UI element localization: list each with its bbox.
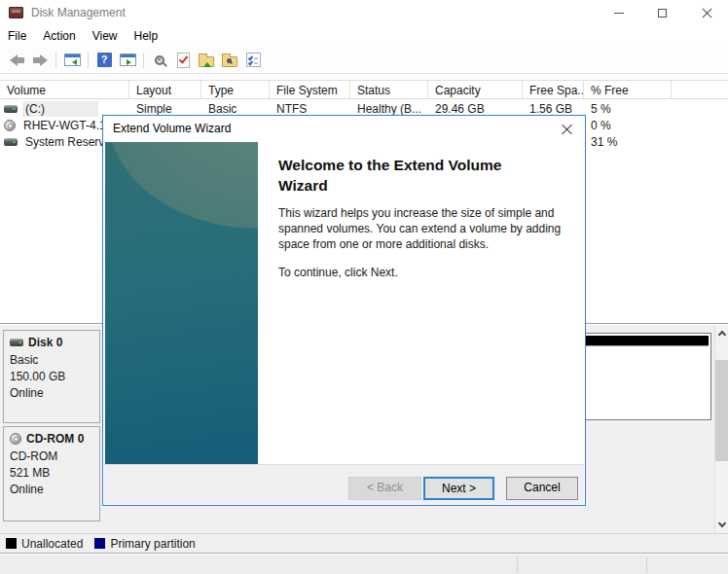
back-wizard-button: < Back xyxy=(348,477,421,500)
fs-cell: NTFS xyxy=(270,102,350,116)
primary-partition-swatch xyxy=(94,538,105,549)
action-pane-icon xyxy=(120,54,136,66)
chevron-down-icon xyxy=(717,520,725,527)
col-status[interactable]: Status xyxy=(350,81,428,98)
menu-help[interactable]: Help xyxy=(134,27,167,45)
next-wizard-button[interactable]: Next > xyxy=(423,477,494,500)
disk0-status: Online xyxy=(10,385,99,402)
check-disk-button[interactable] xyxy=(171,50,195,71)
wizard-watermark-image xyxy=(105,142,258,464)
legend-bar: Unallocated Primary partition xyxy=(0,533,728,553)
disk-icon xyxy=(10,339,23,346)
col-capacity[interactable]: Capacity xyxy=(428,81,523,98)
cdrom0-type: CD-ROM xyxy=(10,448,99,465)
folder-find-icon xyxy=(222,56,237,67)
col-free-space[interactable]: Free Spa... xyxy=(523,81,584,98)
check-document-icon xyxy=(177,53,190,68)
pct-free-cell: 5 % xyxy=(584,102,672,116)
layout-cell: Simple xyxy=(129,102,201,116)
wizard-continue-text: To continue, click Next. xyxy=(278,266,600,279)
volume-list-header: Volume Layout Type File System Status Ca… xyxy=(0,80,728,99)
folder-find-button[interactable] xyxy=(218,50,241,71)
status-bar xyxy=(0,553,728,574)
wizard-title-bar: Extend Volume Wizard xyxy=(103,116,585,141)
scan-button[interactable] xyxy=(148,50,171,71)
extend-volume-wizard-dialog: Extend Volume Wizard Welcome to the Exte… xyxy=(102,115,586,506)
legend-primary-partition-label: Primary partition xyxy=(110,537,195,551)
properties-button[interactable] xyxy=(241,50,265,71)
menu-bar: File Action View Help xyxy=(0,25,728,47)
wizard-title: Extend Volume Wizard xyxy=(113,122,231,135)
cd-volume-icon xyxy=(4,120,16,131)
disk0-type: Basic xyxy=(10,352,99,369)
col-layout[interactable]: Layout xyxy=(129,81,201,98)
cdrom0-name: CD-ROM 0 xyxy=(26,432,84,446)
help-button[interactable]: ? xyxy=(92,50,116,71)
type-cell: Basic xyxy=(201,102,270,116)
cd-icon xyxy=(10,433,21,445)
legend-unallocated: Unallocated xyxy=(6,537,83,551)
forward-arrow-icon xyxy=(33,54,48,66)
menu-file[interactable]: File xyxy=(8,27,35,45)
status-cell: Healthy (B... xyxy=(350,102,428,116)
scrollbar-thumb[interactable] xyxy=(715,360,728,461)
pct-free-cell: 31 % xyxy=(584,135,672,149)
legend-unallocated-label: Unallocated xyxy=(21,537,83,551)
properties-icon xyxy=(246,53,261,67)
toolbar-separator xyxy=(143,53,144,68)
wizard-body-line: This wizard helps you increase the size … xyxy=(278,205,600,221)
window-title: Disk Management xyxy=(31,6,126,19)
cancel-wizard-button[interactable]: Cancel xyxy=(506,477,578,500)
wizard-body-line: spanned volumes. You can extend a volume… xyxy=(278,221,600,236)
cdrom0-panel[interactable]: CD-ROM 0 CD-ROM 521 MB Online xyxy=(3,426,100,521)
col-volume[interactable]: Volume xyxy=(0,81,129,98)
menu-view[interactable]: View xyxy=(92,27,127,45)
toolbar-separator xyxy=(88,53,89,68)
wizard-body-line: space from one or more additional disks. xyxy=(278,236,600,252)
capacity-cell: 29.46 GB xyxy=(428,102,523,116)
disk-volume-icon xyxy=(4,138,18,146)
scroll-up-button[interactable] xyxy=(715,325,728,341)
action-pane-button[interactable] xyxy=(116,50,139,71)
pct-free-cell: 0 % xyxy=(584,119,672,132)
back-arrow-icon xyxy=(10,54,24,66)
disk0-panel[interactable]: Disk 0 Basic 150.00 GB Online xyxy=(3,330,100,423)
menu-action[interactable]: Action xyxy=(43,27,84,45)
disk-management-window: Disk Management File Action View Help ? xyxy=(0,0,728,574)
wizard-heading-line: Welcome to the Extend Volume xyxy=(278,155,600,175)
app-icon xyxy=(9,7,23,18)
wizard-close-icon[interactable] xyxy=(561,123,573,135)
disk-volume-icon xyxy=(4,105,18,113)
legend-primary-partition: Primary partition xyxy=(94,537,195,551)
minimize-button[interactable] xyxy=(597,0,640,25)
col-type[interactable]: Type xyxy=(201,81,270,98)
folder-up-icon xyxy=(199,56,214,67)
maximize-icon xyxy=(658,9,667,18)
vertical-scrollbar[interactable] xyxy=(714,325,728,533)
console-tree-icon xyxy=(64,54,81,66)
col-empty xyxy=(672,81,728,98)
back-button[interactable] xyxy=(5,50,28,71)
disk0-size: 150.00 GB xyxy=(10,369,99,385)
toolbar: ? xyxy=(0,47,728,74)
free-space-cell: 1.56 GB xyxy=(523,102,584,116)
scan-icon xyxy=(155,55,164,65)
col-pct-free[interactable]: % Free xyxy=(584,81,672,98)
close-button[interactable] xyxy=(684,0,728,25)
minimize-icon xyxy=(614,13,624,14)
chevron-up-icon xyxy=(717,331,725,339)
toolbar-separator xyxy=(55,53,56,68)
cdrom0-status: Online xyxy=(10,482,99,498)
help-icon: ? xyxy=(97,53,112,67)
unallocated-swatch xyxy=(6,538,17,549)
close-icon xyxy=(701,7,712,18)
forward-button[interactable] xyxy=(28,50,52,71)
disk0-name: Disk 0 xyxy=(28,336,62,349)
console-tree-button[interactable] xyxy=(60,50,84,71)
maximize-button[interactable] xyxy=(640,0,684,25)
folder-up-button[interactable] xyxy=(195,50,218,71)
col-file-system[interactable]: File System xyxy=(270,81,350,98)
wizard-heading: Welcome to the Extend Volume Wizard xyxy=(278,155,600,196)
scroll-down-button[interactable] xyxy=(715,517,728,533)
statusbar-separator xyxy=(517,557,518,573)
